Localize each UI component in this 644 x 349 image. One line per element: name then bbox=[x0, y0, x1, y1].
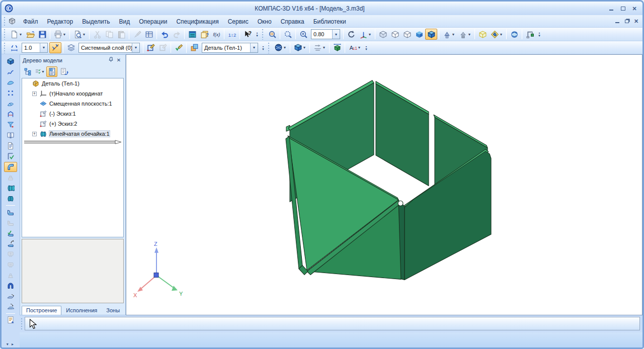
part-combo-value[interactable]: Деталь (Тел-1) bbox=[202, 45, 250, 51]
sheet-metal-model[interactable] bbox=[286, 80, 491, 280]
display-shaded-edges-button[interactable] bbox=[425, 29, 437, 40]
surface-patch-button[interactable] bbox=[4, 99, 17, 109]
display-no-hidden-button[interactable] bbox=[389, 29, 401, 40]
zoom-combo-dropdown[interactable]: ▼ bbox=[332, 30, 340, 39]
bend-arrow-button[interactable] bbox=[4, 238, 17, 248]
tree-item-3[interactable]: (-) Эскиз:1 bbox=[22, 109, 123, 119]
points-button[interactable] bbox=[4, 88, 17, 98]
bend-check-button[interactable] bbox=[4, 228, 17, 238]
message-bar-grip[interactable] bbox=[21, 318, 23, 330]
expression-button[interactable]: f(x) bbox=[210, 29, 222, 40]
menu-9[interactable]: Библиотеки bbox=[309, 17, 351, 27]
toolbar-overflow-button[interactable]: ▪▾ bbox=[260, 43, 266, 53]
expander-icon[interactable]: + bbox=[32, 132, 37, 136]
layers-button[interactable] bbox=[65, 42, 77, 53]
layer-combo-value[interactable]: Системный слой (0) bbox=[79, 45, 132, 51]
display-shaded-button[interactable] bbox=[413, 29, 425, 40]
panel-expand-buttons[interactable]: ▾ ▸ bbox=[7, 342, 15, 346]
menu-3[interactable]: Вид bbox=[115, 17, 135, 27]
toolbar-overflow-button[interactable]: ▪▾ bbox=[363, 43, 369, 53]
mdi-restore-button[interactable] bbox=[622, 18, 631, 25]
display-wireframe-button[interactable] bbox=[377, 29, 389, 40]
shell-ruled-button[interactable] bbox=[4, 183, 17, 193]
measure-3d-button[interactable] bbox=[331, 42, 343, 53]
toolbar-overflow-button[interactable]: ▪▾ bbox=[254, 29, 260, 39]
maximize-button[interactable] bbox=[618, 5, 628, 12]
context-help-button[interactable]: ? bbox=[242, 29, 254, 40]
step-cursor-button[interactable] bbox=[8, 42, 20, 53]
plate-1-button[interactable] bbox=[4, 249, 17, 259]
menu-8[interactable]: Справка bbox=[276, 17, 309, 27]
change-order-button[interactable]: 1↕2 bbox=[226, 29, 238, 40]
tab-Зоны[interactable]: Зоны bbox=[102, 306, 124, 315]
menu-7[interactable]: Окно bbox=[253, 17, 276, 27]
menu-1[interactable]: Редактор bbox=[43, 17, 78, 27]
model-display-button[interactable]: ▼ bbox=[272, 42, 288, 53]
bounding-box-button[interactable] bbox=[476, 29, 489, 40]
part-select-button[interactable] bbox=[188, 42, 200, 53]
part-combo-dropdown[interactable]: ▼ bbox=[250, 43, 258, 52]
tree-item-1[interactable]: +(т)Начало координат bbox=[22, 89, 123, 99]
dimensions-3d-button[interactable] bbox=[524, 29, 536, 40]
pin-panel-button[interactable] bbox=[107, 56, 115, 64]
tree-item-0[interactable]: Деталь (Тел-1) bbox=[22, 78, 123, 89]
orientation-button[interactable]: ▼ bbox=[357, 29, 373, 40]
print-preview-button[interactable]: ▼ bbox=[71, 29, 88, 40]
simplified-display-button[interactable]: ▼ bbox=[441, 29, 457, 40]
sketch-button[interactable] bbox=[145, 42, 157, 53]
solid-modeling-button[interactable] bbox=[4, 56, 17, 66]
image-quality-button[interactable]: ▼ bbox=[489, 29, 505, 40]
filter-button[interactable] bbox=[4, 120, 17, 130]
menu-4[interactable]: Операции bbox=[134, 17, 172, 27]
refresh-image-button[interactable] bbox=[508, 29, 520, 40]
menu-0[interactable]: Файл bbox=[19, 17, 43, 27]
reports-button[interactable] bbox=[4, 141, 17, 151]
menu-6[interactable]: Сервис bbox=[223, 17, 253, 27]
tolerance-button[interactable]: A±1▼ bbox=[347, 42, 363, 53]
menu-grip[interactable] bbox=[4, 17, 6, 26]
spline-button[interactable] bbox=[4, 67, 17, 77]
cut-button[interactable] bbox=[91, 29, 103, 40]
minimize-button[interactable] bbox=[606, 5, 616, 12]
expander-icon[interactable]: + bbox=[32, 92, 37, 96]
tree-item-4[interactable]: (+) Эскиз:2 bbox=[22, 119, 123, 129]
paste-button[interactable] bbox=[115, 29, 127, 40]
zoom-combo-value[interactable]: 0.80 bbox=[311, 31, 332, 37]
mdi-close-button[interactable]: ✕ bbox=[632, 18, 640, 25]
measure-tools-button[interactable] bbox=[4, 109, 17, 119]
tree-filter-button[interactable]: ▼ bbox=[34, 66, 45, 77]
sheet-metal-button[interactable] bbox=[4, 162, 17, 172]
tree-structure-button[interactable] bbox=[22, 66, 33, 77]
body-cut-button[interactable]: ▼ bbox=[292, 42, 308, 53]
sketch-edit-button[interactable] bbox=[157, 42, 169, 53]
tree-item-5[interactable]: +Линейчатая обечайка:1 bbox=[22, 129, 123, 139]
step-combo-dropdown[interactable]: ▼ bbox=[40, 43, 47, 52]
doc-view-button[interactable] bbox=[46, 66, 57, 77]
bend-grey-button[interactable] bbox=[4, 217, 17, 227]
toolbar-grip[interactable] bbox=[262, 29, 264, 40]
rotate-view-button[interactable] bbox=[345, 29, 357, 40]
open-document-button[interactable] bbox=[24, 29, 36, 40]
sketch-check-button[interactable] bbox=[173, 42, 185, 53]
bend-button[interactable] bbox=[4, 207, 17, 217]
undo-button[interactable] bbox=[158, 29, 171, 40]
snaps-button[interactable] bbox=[49, 42, 61, 53]
copy-button[interactable] bbox=[103, 29, 115, 40]
shell-closed-button[interactable] bbox=[4, 194, 17, 204]
zoom-pan-button[interactable] bbox=[282, 29, 294, 40]
plate-2-button[interactable] bbox=[4, 259, 17, 270]
back-right-face-a[interactable] bbox=[376, 84, 429, 186]
menu-2[interactable]: Выделить bbox=[77, 17, 114, 27]
specification-button[interactable] bbox=[143, 29, 155, 40]
flatten-1-button[interactable] bbox=[4, 291, 17, 301]
redo-button[interactable] bbox=[171, 29, 183, 40]
new-document-button[interactable]: ▼ bbox=[8, 29, 24, 40]
shell-n-button[interactable] bbox=[4, 281, 17, 291]
toolbar-grip[interactable] bbox=[4, 29, 6, 40]
library-catalog-button[interactable]: ? bbox=[198, 29, 210, 40]
close-button[interactable]: ✕ bbox=[629, 5, 639, 12]
stamp-button[interactable] bbox=[4, 172, 17, 183]
zoom-scale-button[interactable] bbox=[297, 29, 309, 40]
model-viewport[interactable]: Z X Y bbox=[126, 54, 642, 315]
step-combo-value[interactable]: 1.0 bbox=[22, 45, 40, 51]
